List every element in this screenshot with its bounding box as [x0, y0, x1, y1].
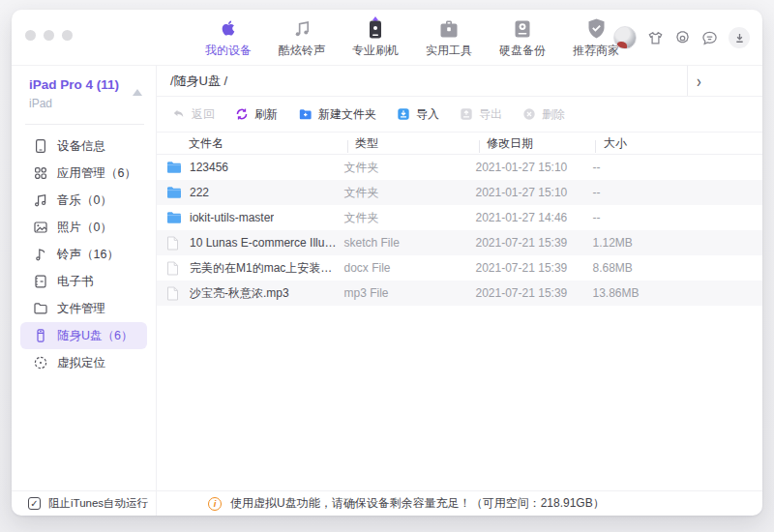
file-toolbar: 返回刷新新建文件夹导入导出删除	[157, 97, 762, 133]
export-icon	[460, 107, 473, 121]
sidebar-item-file-manage[interactable]: 文件管理	[20, 295, 147, 322]
note-icon	[33, 247, 48, 262]
file-icon	[166, 261, 182, 276]
apps-grid-icon	[33, 165, 48, 181]
chevron-right-icon: ›	[697, 71, 701, 91]
sidebar-item-app-manage[interactable]: 应用管理（6）	[20, 160, 147, 187]
table-row[interactable]: 10 Lunas E-commerce Illustrations.sketch…	[157, 230, 762, 255]
file-table: 123456文件夹2021-01-27 15:10--222文件夹2021-01…	[157, 155, 762, 306]
book-icon	[33, 274, 48, 289]
sidebar-item-usb-disk[interactable]: 随身U盘（6）	[20, 322, 147, 349]
close-window-icon[interactable]	[25, 30, 36, 41]
music-notes-icon	[33, 192, 48, 208]
folder-icon	[166, 186, 182, 199]
device-summary: iPad Pro 4 (11) iPad	[12, 66, 156, 118]
tshirt-icon[interactable]	[647, 30, 664, 46]
feedback-bubble-icon[interactable]	[701, 30, 718, 46]
new-folder-icon	[298, 107, 313, 121]
main-panel: /随身U盘 / › 返回刷新新建文件夹导入导出删除 文件名类型修改日期大小 12…	[157, 66, 762, 516]
delete-circle-icon	[522, 107, 536, 121]
sidebar-item-ebooks[interactable]: 电子书	[20, 268, 147, 295]
table-row[interactable]: 222文件夹2021-01-27 15:10--	[157, 180, 762, 205]
nav-tab-disk-backup[interactable]: 硬盘备份	[486, 16, 559, 59]
sidebar-divider	[25, 124, 144, 125]
column-header[interactable]: 修改日期	[479, 135, 595, 152]
folder-line-icon	[33, 301, 48, 316]
table-row[interactable]: 123456文件夹2021-01-27 15:10--	[157, 155, 762, 180]
nav-tab-ringtones[interactable]: 酷炫铃声	[265, 16, 339, 59]
titlebar-actions	[613, 10, 750, 66]
device-type: iPad	[29, 97, 142, 110]
disk-backup-icon	[513, 16, 532, 39]
toolbar-refresh-button[interactable]: 刷新	[235, 106, 278, 123]
toolbar-import-button[interactable]: 导入	[397, 106, 439, 123]
sidebar-item-virtual-location[interactable]: 虚拟定位	[20, 349, 147, 376]
column-header[interactable]: 文件名	[157, 135, 347, 152]
collapse-device-icon[interactable]	[133, 89, 142, 96]
sidebar-item-photos[interactable]: 照片（0）	[20, 214, 147, 241]
folder-icon	[166, 161, 182, 174]
flash-device-icon	[367, 16, 384, 39]
file-icon	[166, 286, 182, 301]
nav-tab-tools[interactable]: 实用工具	[412, 16, 486, 59]
table-row[interactable]: iokit-utils-master文件夹2021-01-27 14:46--	[157, 205, 762, 230]
minimize-window-icon[interactable]	[44, 30, 54, 41]
table-row[interactable]: 完美的在M1的mac上安装PS2021最终版本0527.docxdocx Fil…	[157, 255, 762, 281]
status-bar: i 使用虚拟U盘功能，请确保设备剩余容量充足！（可用空间：218.91GB）	[157, 490, 762, 516]
toolbar-delete-button: 删除	[522, 106, 565, 123]
sidebar-item-device-info[interactable]: 设备信息	[20, 133, 147, 160]
info-icon: i	[208, 497, 222, 511]
sidebar-item-music[interactable]: 音乐（0）	[20, 187, 147, 214]
file-icon	[166, 236, 182, 251]
nav-tab-my-devices[interactable]: 我的设备	[192, 16, 265, 59]
back-arrow-icon	[171, 107, 186, 121]
nav-tab-flash[interactable]: 专业刷机	[339, 16, 412, 59]
download-icon[interactable]	[729, 27, 750, 48]
crosshair-icon	[33, 355, 48, 370]
toolbar-new-folder-button[interactable]: 新建文件夹	[298, 106, 376, 123]
desktop-background: 我的设备酷炫铃声专业刷机实用工具硬盘备份推荐商家 iPad Pro 4 (11)…	[0, 0, 774, 532]
shield-check-icon	[587, 16, 606, 39]
apple-icon	[219, 16, 238, 39]
window-controls[interactable]	[25, 30, 73, 41]
sidebar-spacer	[12, 376, 156, 490]
table-header: 文件名类型修改日期大小	[157, 133, 762, 155]
column-header[interactable]: 大小	[595, 135, 762, 152]
column-header[interactable]: 类型	[347, 135, 479, 152]
sidebar-footer: ✓ 阻止iTunes自动运行	[12, 490, 156, 516]
breadcrumb-bar: /随身U盘 / ›	[157, 66, 762, 97]
titlebar: 我的设备酷炫铃声专业刷机实用工具硬盘备份推荐商家	[12, 10, 762, 66]
gear-icon[interactable]	[674, 30, 691, 46]
sidebar: iPad Pro 4 (11) iPad 设备信息应用管理（6）音乐（0）照片（…	[12, 66, 157, 516]
usb-drive-icon	[33, 328, 48, 343]
toolbox-icon	[439, 16, 459, 39]
app-window: 我的设备酷炫铃声专业刷机实用工具硬盘备份推荐商家 iPad Pro 4 (11)…	[12, 10, 762, 516]
refresh-icon	[235, 107, 249, 121]
toolbar-export-button: 导出	[460, 106, 502, 123]
music-note-icon	[293, 16, 312, 39]
block-itunes-checkbox[interactable]: ✓	[28, 497, 41, 510]
forward-button[interactable]: ›	[687, 66, 762, 96]
tablet-icon	[33, 138, 48, 154]
photo-icon	[33, 220, 48, 235]
primary-nav: 我的设备酷炫铃声专业刷机实用工具硬盘备份推荐商家	[192, 16, 633, 59]
folder-icon	[166, 211, 182, 224]
block-itunes-label: 阻止iTunes自动运行	[48, 496, 148, 511]
status-message: 使用虚拟U盘功能，请确保设备剩余容量充足！（可用空间：218.91GB）	[230, 495, 605, 512]
import-icon	[397, 107, 410, 121]
zoom-window-icon[interactable]	[62, 30, 73, 41]
sidebar-menu: 设备信息应用管理（6）音乐（0）照片（0）铃声（16）电子书文件管理随身U盘（6…	[12, 129, 156, 376]
table-row[interactable]: 沙宝亮-秋意浓.mp3mp3 File2021-07-21 15:3913.86…	[157, 281, 762, 306]
table-empty-area	[157, 306, 762, 490]
user-avatar[interactable]	[613, 26, 637, 49]
sidebar-item-ringtones[interactable]: 铃声（16）	[20, 241, 147, 268]
device-name: iPad Pro 4 (11)	[29, 77, 142, 92]
breadcrumb: /随身U盘 /	[170, 73, 227, 90]
app-body: iPad Pro 4 (11) iPad 设备信息应用管理（6）音乐（0）照片（…	[12, 66, 762, 516]
toolbar-back-button: 返回	[171, 106, 215, 123]
